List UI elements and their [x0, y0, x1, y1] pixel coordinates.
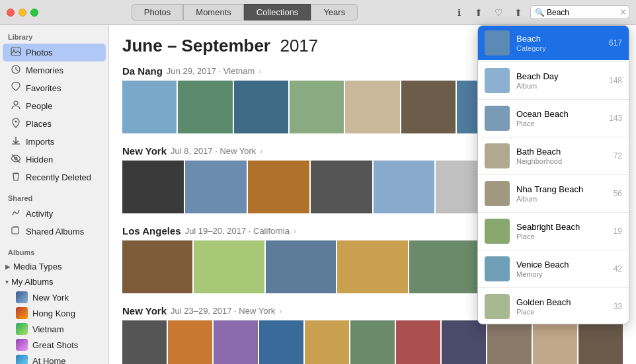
photo-cell[interactable] — [122, 161, 184, 213]
album-item-new-york[interactable]: New York — [13, 289, 106, 305]
sidebar-label-hidden: Hidden — [26, 155, 53, 164]
sidebar-item-memories[interactable]: Memories — [3, 61, 106, 79]
dropdown-item-nha-trang-beach[interactable]: Nha Trang Beach Album 56 — [478, 176, 629, 211]
icloud-icon[interactable]: ⬆ — [510, 5, 526, 20]
memories-icon — [11, 64, 21, 77]
dropdown-count-venice-beach: 42 — [614, 264, 622, 273]
sidebar-item-photos[interactable]: Photos — [3, 44, 106, 61]
photo-cell[interactable] — [194, 240, 264, 293]
photos-icon — [11, 46, 21, 59]
section-title-los-angeles: Los Angeles — [122, 225, 181, 237]
photo-cell[interactable] — [409, 240, 479, 293]
album-thumb-vietnam — [16, 323, 28, 335]
photo-cell[interactable] — [290, 81, 344, 133]
photo-cell[interactable] — [578, 320, 623, 364]
dropdown-item-golden-beach[interactable]: Golden Beach Place 33 — [478, 289, 629, 324]
sidebar-label-places: Places — [26, 119, 52, 129]
photo-cell[interactable] — [350, 320, 395, 364]
dropdown-item-beach-day[interactable]: Beach Day Album 148 — [478, 63, 629, 98]
search-icon: 🔍 — [535, 8, 545, 17]
dropdown-sub-golden-beach: Place — [516, 308, 607, 316]
activity-icon — [11, 207, 21, 220]
photo-cell[interactable] — [345, 81, 399, 133]
photo-cell[interactable] — [122, 81, 177, 133]
dropdown-item-bath-beach[interactable]: Bath Beach Neighborhood 72 — [478, 139, 629, 173]
dropdown-item-ocean-beach[interactable]: Ocean Beach Place 143 — [478, 101, 629, 135]
photo-cell[interactable] — [122, 240, 192, 293]
album-item-at-home[interactable]: At Home — [13, 353, 106, 364]
share-icon[interactable]: ⬆ — [471, 5, 487, 20]
sidebar-item-favorites[interactable]: Favorites — [3, 79, 106, 97]
photo-cell[interactable] — [122, 320, 167, 364]
photo-cell[interactable] — [401, 81, 456, 133]
nav-tab-moments[interactable]: Moments — [183, 4, 243, 20]
photo-cell[interactable] — [533, 320, 577, 364]
photo-cell[interactable] — [374, 161, 435, 213]
dropdown-info-venice-beach: Venice Beach Memory — [516, 260, 607, 278]
photo-cell[interactable] — [214, 320, 258, 364]
section-title-new-york-2: New York — [122, 305, 167, 316]
sidebar-item-recently-deleted[interactable]: Recently Deleted — [3, 168, 106, 186]
sidebar-item-shared-albums[interactable]: Shared Albums — [3, 223, 106, 240]
dropdown-thumb-bath-beach — [485, 143, 510, 168]
photo-cell[interactable] — [487, 320, 532, 364]
photo-cell[interactable] — [311, 161, 372, 213]
search-input[interactable] — [547, 8, 619, 17]
album-group-header-media-types[interactable]: ▶Media Types — [0, 259, 108, 274]
photo-cell[interactable] — [396, 320, 440, 364]
dropdown-info-beach-category: Beach Category — [516, 34, 602, 52]
search-clear-icon[interactable]: ✕ — [619, 7, 627, 17]
section-arrow-new-york-1: › — [260, 147, 262, 156]
maximize-button[interactable] — [30, 9, 38, 17]
dropdown-item-seabright-beach[interactable]: Seabright Beach Place 19 — [478, 214, 629, 248]
info-icon[interactable]: ℹ — [451, 5, 467, 20]
photo-cell[interactable] — [259, 320, 303, 364]
search-dropdown: Beach Category 617 Beach Day Album 148 O… — [477, 25, 629, 324]
heart-icon[interactable]: ♡ — [491, 5, 506, 20]
dropdown-sub-ocean-beach: Place — [516, 120, 602, 127]
dropdown-name-ocean-beach: Ocean Beach — [516, 109, 602, 119]
album-group-header-my-albums[interactable]: ▾My Albums — [0, 274, 108, 289]
search-box[interactable]: 🔍 ✕ — [530, 5, 629, 19]
photo-cell[interactable] — [185, 161, 247, 213]
svg-point-3 — [14, 101, 18, 105]
imports-icon — [11, 135, 21, 148]
dropdown-sub-nha-trang-beach: Album — [516, 195, 607, 203]
dropdown-sub-beach-day: Album — [516, 82, 602, 90]
svg-rect-7 — [12, 227, 19, 234]
sidebar-item-activity[interactable]: Activity — [3, 205, 106, 223]
album-item-hong-kong[interactable]: Hong Kong — [13, 305, 106, 321]
photo-cell[interactable] — [266, 240, 336, 293]
photo-cell[interactable] — [168, 320, 212, 364]
dropdown-name-seabright-beach: Seabright Beach — [516, 222, 607, 232]
photo-cell[interactable] — [234, 81, 288, 133]
sidebar-item-places[interactable]: Places — [3, 115, 106, 133]
dropdown-count-seabright-beach: 19 — [614, 227, 622, 236]
dropdown-thumb-golden-beach — [485, 294, 510, 319]
photo-cell[interactable] — [442, 320, 486, 364]
dropdown-info-bath-beach: Bath Beach Neighborhood — [516, 147, 607, 165]
photo-cell[interactable] — [305, 320, 349, 364]
dropdown-sub-seabright-beach: Place — [516, 233, 607, 240]
photo-cell[interactable] — [248, 161, 309, 213]
sidebar-label-imports: Imports — [26, 137, 54, 147]
nav-tab-years[interactable]: Years — [311, 4, 358, 20]
nav-tab-photos[interactable]: Photos — [132, 4, 183, 20]
sidebar-item-imports[interactable]: Imports — [3, 133, 106, 151]
close-button[interactable] — [7, 9, 15, 17]
photo-cell[interactable] — [337, 240, 407, 293]
album-item-great-shots[interactable]: Great Shots — [13, 337, 106, 353]
nav-tab-collections[interactable]: Collections — [244, 4, 311, 20]
dropdown-item-venice-beach[interactable]: Venice Beach Memory 42 — [478, 252, 629, 286]
album-group-my-albums: ▾My AlbumsNew YorkHong KongVietnamGreat … — [0, 274, 108, 364]
dropdown-item-beach-category[interactable]: Beach Category 617 — [478, 26, 629, 60]
titlebar: PhotosMomentsCollectionsYears ℹ ⬆ ♡ ⬆ 🔍 … — [0, 0, 636, 25]
nav-tabs: PhotosMomentsCollectionsYears — [44, 4, 446, 20]
photo-cell[interactable] — [178, 81, 232, 133]
minimize-button[interactable] — [19, 9, 26, 17]
album-thumb-great-shots — [16, 339, 28, 351]
sidebar-item-hidden[interactable]: Hidden — [3, 151, 106, 168]
sidebar-item-people[interactable]: People — [3, 97, 106, 115]
dropdown-thumb-ocean-beach — [485, 106, 510, 131]
album-item-vietnam[interactable]: Vietnam — [13, 321, 106, 337]
